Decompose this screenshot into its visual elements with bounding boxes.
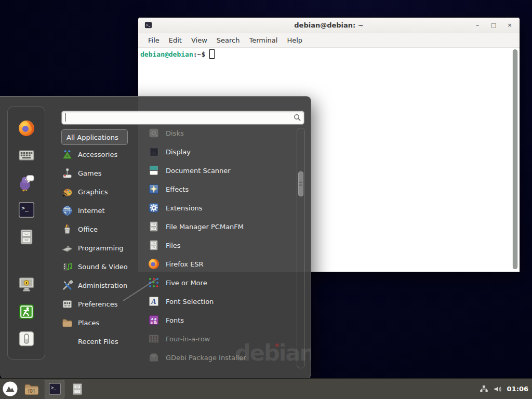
maximize-button[interactable]: □	[489, 22, 498, 28]
app-item-font-selection[interactable]: A Font Selection	[148, 292, 293, 311]
menu-button[interactable]	[2, 381, 18, 397]
menu-help[interactable]: Help	[282, 35, 307, 46]
menu-file[interactable]: File	[143, 35, 164, 46]
all-applications-label: All Applications	[66, 134, 118, 141]
app-item-document-scanner[interactable]: Document Scanner	[148, 161, 293, 180]
app-item-files[interactable]: Files	[148, 236, 293, 255]
all-applications-button[interactable]: All Applications	[61, 129, 128, 145]
watermark-text: debian	[235, 340, 311, 366]
terminal-titlebar[interactable]: debian@debian: ~ – □ ×	[138, 18, 520, 33]
preferences-icon	[61, 298, 73, 310]
application-menu: >_ All Applications	[0, 96, 311, 379]
office-icon	[61, 223, 73, 235]
menu-terminal[interactable]: Terminal	[244, 35, 282, 46]
terminal-window-button[interactable]: >_	[45, 380, 64, 398]
debian-watermark: debian	[235, 340, 311, 366]
app-list-scrollbar-thumb[interactable]	[298, 171, 303, 196]
category-places[interactable]: Places	[61, 313, 139, 332]
svg-text:>_: >_	[51, 385, 57, 390]
category-accessories[interactable]: Accessories	[61, 145, 139, 164]
app-label: Fonts	[166, 316, 184, 324]
terminal-cursor	[209, 49, 215, 59]
menu-edit[interactable]: Edit	[164, 35, 187, 46]
app-label: Document Scanner	[166, 167, 231, 175]
app-label: Display	[166, 148, 191, 156]
search-input[interactable]	[61, 111, 304, 125]
network-icon[interactable]	[480, 384, 488, 393]
administration-icon	[61, 280, 73, 291]
category-games[interactable]: Games	[61, 164, 139, 182]
keyboard-favorite-button[interactable]	[17, 146, 36, 165]
effects-icon	[148, 183, 160, 195]
display-icon	[148, 145, 160, 158]
menu-search[interactable]: Search	[212, 35, 245, 46]
category-office[interactable]: Office	[61, 220, 139, 238]
category-recent-files[interactable]: Recent Files	[61, 332, 139, 351]
firefox-favorite-button[interactable]	[17, 119, 36, 138]
category-sound-video[interactable]: Sound & Video	[61, 257, 139, 276]
folder-launcher[interactable]: [D]	[23, 381, 39, 397]
app-label: Five or More	[166, 279, 207, 287]
accessories-icon	[61, 149, 73, 161]
file-cabinet-icon	[148, 239, 160, 251]
category-programming[interactable]: Programming	[61, 238, 139, 257]
category-label: Preferences	[78, 300, 117, 308]
category-label: Administration	[78, 282, 127, 289]
lock-screen-button[interactable]	[17, 275, 36, 294]
app-item-fonts[interactable]: a aa & Fonts	[148, 311, 293, 329]
app-item-effects[interactable]: Effects	[148, 180, 293, 198]
category-label: Office	[78, 225, 98, 233]
category-administration[interactable]: Administration	[61, 276, 139, 295]
log-out-button[interactable]	[17, 302, 36, 321]
shutdown-button[interactable]	[17, 329, 36, 348]
minimize-button[interactable]: –	[473, 22, 482, 29]
file-manager-launcher[interactable]	[69, 381, 86, 397]
places-icon	[61, 317, 73, 329]
prompt-suffix: :~$	[193, 50, 205, 58]
category-label: Places	[78, 319, 99, 327]
app-item-five-or-more[interactable]: Five or More	[148, 273, 293, 292]
category-internet[interactable]: Internet	[61, 201, 139, 220]
app-label: Extensions	[166, 204, 203, 212]
menu-view[interactable]: View	[187, 35, 212, 46]
terminal-scrollbar-thumb[interactable]	[513, 49, 517, 269]
category-label: Recent Files	[78, 338, 118, 345]
window-controls: – □ ×	[473, 18, 514, 33]
app-item-extensions[interactable]: Extensions	[148, 198, 293, 217]
app-item-firefox-esr[interactable]: Firefox ESR	[148, 255, 293, 273]
category-label: Internet	[78, 207, 105, 215]
category-graphics[interactable]: Graphics	[61, 182, 139, 201]
file-manager-favorite-button[interactable]	[17, 228, 36, 246]
internet-icon	[61, 205, 73, 217]
games-icon	[61, 167, 73, 179]
svg-text:A: A	[151, 298, 156, 305]
disks-icon	[148, 127, 160, 139]
extensions-icon	[148, 202, 160, 214]
app-item-display[interactable]: Display	[148, 142, 293, 161]
svg-text:a &: a &	[151, 320, 157, 325]
app-list-scrollbar[interactable]	[297, 128, 305, 368]
app-label: File Manager PCManFM	[166, 223, 244, 231]
search-icon	[293, 113, 301, 122]
fonts-icon: a aa &	[148, 314, 160, 326]
terminal-favorite-button[interactable]: >_	[17, 201, 36, 219]
app-label: Four-in-a-row	[166, 335, 210, 343]
close-button[interactable]: ×	[505, 22, 514, 28]
volume-icon[interactable]	[493, 384, 502, 394]
taskbar: [D] >_ 01:06	[0, 378, 532, 399]
terminal-title: debian@debian: ~	[138, 21, 520, 29]
pidgin-favorite-button[interactable]	[17, 174, 36, 192]
prompt-user-host: debian@debian	[140, 50, 193, 58]
terminal-scrollbar[interactable]	[512, 49, 518, 269]
text-caret	[65, 113, 66, 122]
document-scanner-icon	[148, 164, 160, 177]
app-item-file-manager-pcmanfm[interactable]: File Manager PCManFM	[148, 217, 293, 236]
category-list: Accessories Games Graphics Internet Offi…	[61, 145, 139, 351]
app-item-disks[interactable]: Disks	[148, 124, 293, 142]
desktop: debian@debian: ~ – □ × File Edit View Se…	[0, 0, 532, 399]
four-in-a-row-icon	[148, 332, 160, 345]
clock[interactable]: 01:06	[507, 385, 528, 393]
prompt-line: debian@debian:~$	[138, 48, 520, 59]
programming-icon	[61, 242, 73, 254]
graphics-icon	[61, 186, 73, 198]
